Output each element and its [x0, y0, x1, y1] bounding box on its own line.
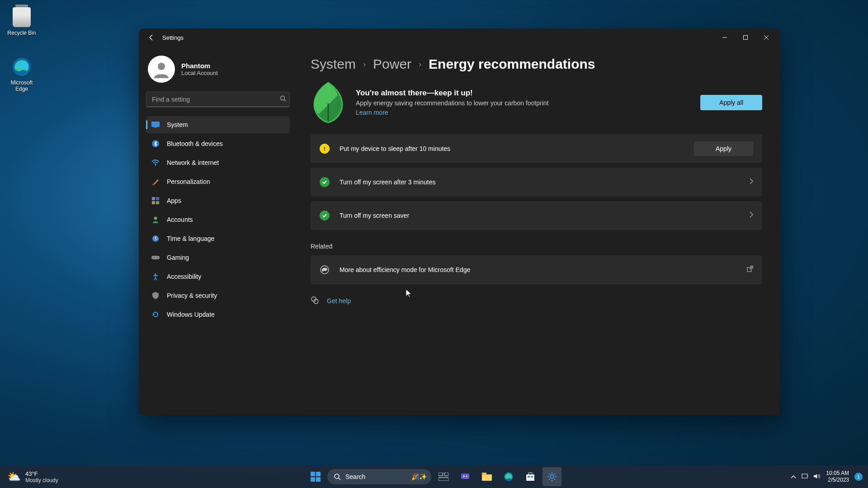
svg-rect-15 [152, 201, 155, 204]
search-wrap [146, 92, 290, 107]
related-edge-efficiency[interactable]: More about efficiency mode for Microsoft… [311, 255, 762, 284]
nav-label: Apps [167, 197, 181, 204]
start-button[interactable] [307, 468, 325, 486]
task-view-button[interactable] [434, 467, 453, 486]
svg-line-52 [549, 474, 550, 474]
taskbar-chat[interactable] [456, 467, 475, 486]
desktop-icon-recycle-bin[interactable]: Recycle Bin [4, 6, 40, 36]
recycle-bin-icon [11, 6, 33, 28]
weather-widget[interactable]: ⛅ 43°F Mostly cloudy [7, 470, 58, 483]
svg-rect-31 [316, 477, 321, 482]
svg-line-55 [554, 474, 555, 474]
nav-apps[interactable]: Apps [146, 192, 290, 209]
svg-rect-40 [482, 474, 492, 481]
desktop-icon-label: Microsoft Edge [4, 80, 40, 92]
svg-point-47 [550, 475, 554, 479]
maximize-button[interactable] [735, 30, 756, 45]
nav-label: Time & language [167, 235, 214, 242]
check-icon [320, 177, 330, 187]
svg-point-20 [153, 257, 154, 258]
svg-rect-14 [156, 197, 159, 200]
weather-icon: ⛅ [7, 470, 21, 483]
nav: System Bluetooth & devices Network & int… [146, 116, 290, 323]
svg-line-33 [339, 478, 340, 480]
svg-rect-29 [316, 472, 321, 476]
taskbar-edge[interactable] [499, 467, 518, 486]
get-help-link[interactable]: Get help [327, 297, 351, 305]
nav-label: Privacy & security [167, 292, 217, 299]
tray-clock[interactable]: 10:05 AM 2/5/2023 [826, 470, 849, 483]
back-button[interactable] [142, 28, 160, 47]
hero-subtitle: Apply energy saving recommendations to l… [356, 99, 690, 107]
apply-button[interactable]: Apply [694, 141, 753, 156]
nav-label: Windows Update [167, 311, 215, 318]
shield-icon [151, 291, 160, 300]
search-input[interactable] [146, 92, 290, 107]
related-heading: Related [311, 243, 762, 250]
taskbar-store[interactable] [521, 467, 540, 486]
recommendation-label: Turn off my screen after 3 minutes [340, 178, 750, 186]
nav-network[interactable]: Network & internet [146, 154, 290, 171]
taskbar-search[interactable]: Search 🎉✨ [327, 469, 431, 484]
hero-title: You're almost there—keep it up! [356, 89, 690, 98]
recommendation-screen-off[interactable]: Turn off my screen after 3 minutes [311, 168, 762, 197]
nav-bluetooth[interactable]: Bluetooth & devices [146, 135, 290, 152]
nav-windows-update[interactable]: Windows Update [146, 306, 290, 323]
svg-point-17 [154, 217, 157, 220]
settings-window: Settings Phantom Local Account [139, 28, 780, 415]
main-content: System › Power › Energy recommendations … [297, 47, 780, 415]
taskbar-search-label: Search [345, 473, 365, 480]
nav-system[interactable]: System [146, 116, 290, 133]
recommendations-list: ! Put my device to sleep after 10 minute… [311, 134, 762, 230]
update-icon [151, 310, 160, 319]
svg-point-32 [335, 474, 339, 479]
svg-rect-36 [439, 478, 448, 481]
learn-more-link[interactable]: Learn more [356, 109, 388, 116]
breadcrumb-power[interactable]: Power [373, 56, 411, 72]
minimize-button[interactable] [714, 30, 735, 45]
breadcrumb-system[interactable]: System [311, 56, 356, 72]
apps-icon [151, 197, 160, 205]
nav-gaming[interactable]: Gaming [146, 249, 290, 266]
clock-icon [151, 235, 160, 243]
svg-rect-16 [156, 201, 159, 204]
nav-accessibility[interactable]: Accessibility [146, 268, 290, 285]
tray-time-text: 10:05 AM [826, 470, 849, 477]
hero: You're almost there—keep it up! Apply en… [311, 81, 762, 124]
recommendation-screensaver[interactable]: Turn off my screen saver [311, 201, 762, 230]
svg-rect-19 [151, 256, 160, 259]
svg-rect-34 [439, 473, 443, 476]
user-block[interactable]: Phantom Local Account [146, 52, 290, 92]
svg-rect-41 [482, 473, 486, 475]
help-row: Get help [311, 296, 762, 306]
user-account-type: Local Account [181, 70, 218, 76]
volume-tray-icon[interactable] [813, 473, 821, 481]
help-icon [311, 296, 319, 306]
nav-time-language[interactable]: Time & language [146, 230, 290, 247]
svg-point-38 [463, 476, 465, 477]
nav-personalization[interactable]: Personalization [146, 173, 290, 190]
nav-accounts[interactable]: Accounts [146, 211, 290, 228]
apply-all-button[interactable]: Apply all [700, 95, 762, 110]
nav-privacy[interactable]: Privacy & security [146, 287, 290, 304]
taskbar-settings[interactable] [542, 467, 561, 486]
svg-point-22 [155, 273, 156, 275]
tray-overflow-button[interactable] [791, 474, 796, 480]
nav-label: Personalization [167, 178, 210, 185]
notification-badge[interactable]: 1 [854, 473, 863, 481]
svg-rect-46 [531, 476, 533, 478]
taskbar-explorer[interactable] [477, 467, 496, 486]
nav-label: Accessibility [167, 273, 201, 280]
chevron-right-icon [750, 211, 753, 220]
desktop-icon-edge[interactable]: Microsoft Edge [4, 56, 40, 92]
system-icon [151, 121, 160, 129]
nav-label: Accounts [167, 216, 193, 223]
network-tray-icon[interactable] [802, 473, 809, 481]
chevron-right-icon [750, 178, 753, 186]
close-button[interactable] [756, 30, 777, 45]
svg-line-7 [284, 100, 286, 102]
svg-point-5 [158, 63, 165, 70]
recommendation-sleep[interactable]: ! Put my device to sleep after 10 minute… [311, 134, 762, 163]
svg-rect-13 [152, 197, 155, 200]
svg-point-21 [157, 257, 158, 258]
